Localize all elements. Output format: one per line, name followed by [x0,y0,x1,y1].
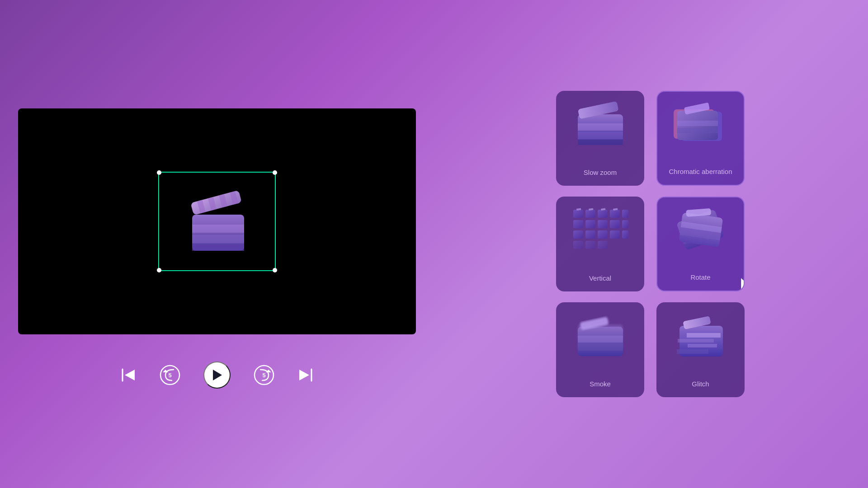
effect-card-rotate[interactable]: Rotate [656,197,745,291]
video-canvas [18,108,416,334]
effect-card-vertical[interactable]: Vertical [556,197,644,291]
svg-marker-14 [213,370,222,380]
effect-card-glitch[interactable]: Glitch [656,302,745,397]
svg-rect-30 [677,128,718,133]
effect-label-vertical: Vertical [589,274,611,283]
svg-marker-10 [125,370,135,380]
effect-card-slow-zoom[interactable]: Slow zoom [556,91,644,186]
svg-marker-60 [741,278,745,291]
svg-rect-46 [573,241,583,249]
effect-thumbnail-glitch [671,313,730,358]
svg-rect-64 [578,344,623,351]
svg-rect-36 [573,220,583,228]
effect-thumbnail-chromatic-aberration [671,103,730,148]
svg-rect-43 [598,230,608,239]
effect-thumbnail-slow-zoom [571,102,630,147]
svg-rect-70 [677,349,708,354]
effect-label-smoke: Smoke [590,380,611,389]
svg-rect-39 [610,220,620,228]
svg-rect-32 [585,210,595,218]
cursor-arrow [739,277,745,291]
svg-rect-34 [610,210,620,218]
svg-rect-31 [573,210,583,218]
svg-rect-37 [585,220,595,228]
handle-top-right[interactable] [273,170,277,175]
svg-rect-67 [687,333,721,338]
svg-rect-21 [578,123,623,131]
svg-rect-40 [622,220,628,228]
effect-label-rotate: Rotate [690,273,710,282]
svg-rect-63 [578,336,623,343]
svg-rect-44 [610,230,620,239]
svg-rect-42 [585,230,595,239]
effect-card-smoke[interactable]: Smoke [556,302,644,397]
svg-marker-19 [299,370,309,380]
effect-thumbnail-vertical [571,207,630,253]
effect-card-chromatic-aberration[interactable]: Chromatic aberration [656,91,745,186]
skip-to-start-button[interactable] [120,367,137,383]
effect-label-chromatic-aberration: Chromatic aberration [669,167,732,176]
play-button[interactable] [203,361,231,389]
svg-rect-68 [678,339,714,343]
effects-grid: Slow zoom [556,91,746,397]
left-panel: 5 5 [0,0,434,488]
effect-label-slow-zoom: Slow zoom [584,168,617,177]
handle-bottom-right[interactable] [273,268,277,272]
svg-text:5: 5 [262,372,265,379]
skip-forward-button[interactable]: 5 [253,364,275,386]
svg-rect-69 [688,344,717,347]
svg-rect-23 [578,140,623,145]
svg-rect-33 [598,210,608,218]
svg-rect-38 [598,220,608,228]
skip-to-end-button[interactable] [297,367,314,383]
svg-rect-35 [622,210,628,218]
svg-rect-41 [573,230,583,239]
selection-box [158,172,276,271]
svg-rect-29 [677,121,718,126]
svg-rect-22 [578,132,623,139]
right-panel: Slow zoom [434,0,868,488]
skip-back-button[interactable]: 5 [159,364,181,386]
svg-rect-45 [622,230,628,239]
handle-top-left[interactable] [157,170,161,175]
effect-label-glitch: Glitch [692,380,709,389]
svg-rect-48 [598,241,608,249]
playback-controls: 5 5 [120,361,314,389]
effect-thumbnail-smoke [571,313,630,358]
effect-thumbnail-rotate [671,208,730,253]
svg-text:5: 5 [168,372,171,379]
handle-bottom-left[interactable] [157,268,161,272]
svg-rect-47 [585,241,595,249]
